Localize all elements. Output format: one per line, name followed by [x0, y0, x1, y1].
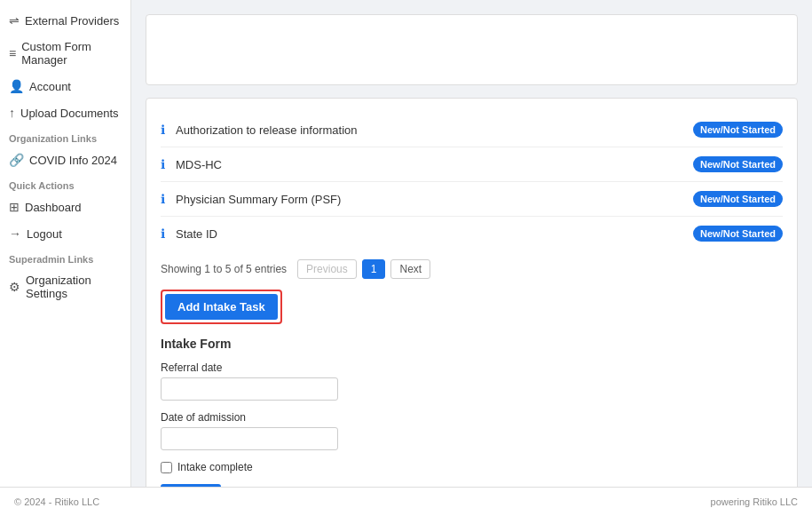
sidebar-item-external-providers[interactable]: ⇌External Providers	[0, 7, 130, 34]
sidebar-item-dashboard[interactable]: ⊞Dashboard	[0, 194, 130, 220]
admission-date-label: Date of admission	[161, 411, 783, 424]
account-icon: 👤	[9, 79, 24, 93]
task-badge-0: New/Not Started	[693, 122, 783, 138]
add-intake-btn-wrapper: Add Intake Task	[161, 290, 282, 324]
upload-documents-icon: ↑	[9, 106, 15, 120]
sidebar-label-logout: Logout	[27, 227, 62, 241]
pagination-text: Showing 1 to 5 of 5 entries	[161, 263, 287, 275]
pagination-row: Showing 1 to 5 of 5 entries Previous 1 N…	[161, 259, 783, 279]
intake-form-title: Intake Form	[161, 337, 783, 351]
task-info-icon-3: ℹ	[161, 226, 165, 241]
superadmin-section-label: Superadmin Links	[0, 247, 130, 267]
external-providers-icon: ⇌	[9, 13, 20, 28]
main-content: ℹ Authorization to release information N…	[131, 0, 812, 487]
sidebar-item-covid-info[interactable]: 🔗COVID Info 2024	[0, 147, 130, 173]
next-page-button[interactable]: Next	[390, 259, 430, 279]
task-name-2: Physician Summary Form (PSF)	[176, 193, 682, 206]
task-name-0: Authorization to release information	[176, 123, 682, 137]
prev-page-button[interactable]: Previous	[297, 259, 357, 279]
sidebar-item-logout[interactable]: →Logout	[0, 220, 130, 247]
org-settings-icon: ⚙	[9, 280, 20, 294]
dashboard-icon: ⊞	[9, 200, 20, 214]
table-row: ℹ State ID New/Not Started	[161, 217, 783, 250]
sidebar-item-custom-form-manager[interactable]: ≡Custom Form Manager	[0, 34, 130, 73]
sidebar-label-dashboard: Dashboard	[25, 201, 82, 214]
task-info-icon-0: ℹ	[161, 123, 165, 137]
task-name-1: MDS-HC	[176, 158, 682, 171]
table-row: ℹ Authorization to release information N…	[161, 113, 783, 147]
current-page-button[interactable]: 1	[362, 259, 386, 279]
intake-form-section: Intake Form Referral date Date of admiss…	[161, 337, 783, 487]
referral-date-label: Referral date	[161, 361, 783, 374]
sidebar-label-covid-info: COVID Info 2024	[29, 154, 117, 167]
footer-right: powering Ritiko LLC	[711, 496, 798, 507]
covid-info-icon: 🔗	[9, 153, 24, 167]
sidebar-label-upload-documents: Upload Documents	[20, 107, 119, 120]
task-info-icon-2: ℹ	[161, 192, 165, 206]
logout-icon: →	[9, 226, 21, 241]
referral-date-input[interactable]	[161, 377, 338, 401]
sidebar-label-org-settings: Organization Settings	[26, 274, 122, 300]
org-section-label: Organization Links	[0, 126, 130, 147]
intake-complete-row: Intake complete	[161, 461, 783, 473]
sidebar-label-custom-form-manager: Custom Form Manager	[21, 40, 122, 67]
sidebar-item-org-settings[interactable]: ⚙Organization Settings	[0, 267, 130, 306]
sidebar-label-external-providers: External Providers	[25, 14, 119, 28]
task-name-3: State ID	[176, 227, 682, 241]
table-row: ℹ Physician Summary Form (PSF) New/Not S…	[161, 182, 783, 217]
footer-left: © 2024 - Ritiko LLC	[14, 496, 99, 507]
sidebar: ⇌External Providers≡Custom Form Manager👤…	[0, 0, 131, 487]
tasks-card: ℹ Authorization to release information N…	[146, 98, 798, 487]
referral-date-group: Referral date	[161, 361, 783, 401]
task-info-icon-1: ℹ	[161, 157, 165, 171]
sidebar-label-account: Account	[29, 80, 71, 93]
quick-section-label: Quick Actions	[0, 173, 130, 194]
task-badge-1: New/Not Started	[693, 156, 783, 172]
sidebar-item-upload-documents[interactable]: ↑Upload Documents	[0, 99, 130, 126]
task-badge-2: New/Not Started	[693, 191, 783, 207]
task-badge-3: New/Not Started	[693, 226, 783, 242]
admission-date-input[interactable]	[161, 427, 338, 450]
intake-complete-checkbox[interactable]	[161, 462, 172, 473]
admission-date-group: Date of admission	[161, 411, 783, 450]
table-row: ℹ MDS-HC New/Not Started	[161, 147, 783, 182]
footer: © 2024 - Ritiko LLC powering Ritiko LLC	[0, 487, 812, 516]
sidebar-item-account[interactable]: 👤Account	[0, 73, 130, 99]
custom-form-manager-icon: ≡	[9, 46, 16, 60]
add-intake-task-button[interactable]: Add Intake Task	[165, 294, 278, 320]
top-card	[146, 14, 798, 85]
intake-complete-label: Intake complete	[177, 461, 253, 473]
